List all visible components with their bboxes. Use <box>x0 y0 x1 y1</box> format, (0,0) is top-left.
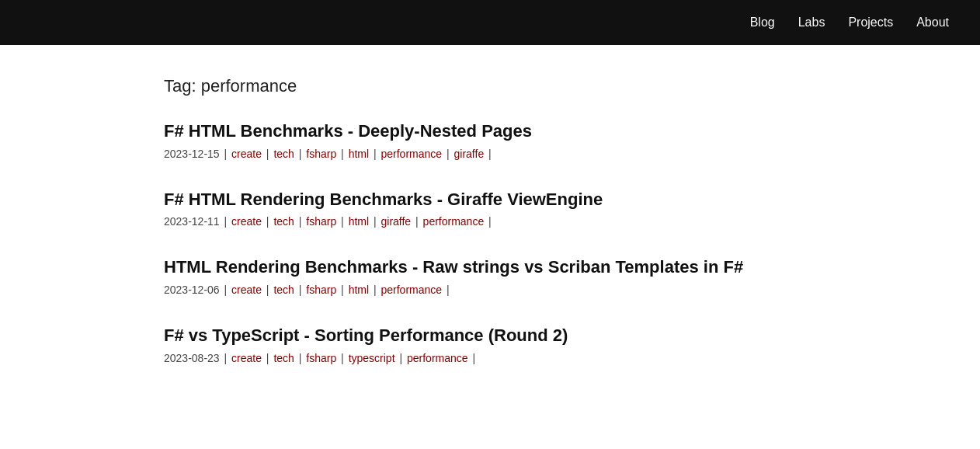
separator: | <box>341 148 344 160</box>
main-content: Tag: performance F# HTML Benchmarks - De… <box>117 45 863 423</box>
post-title: HTML Rendering Benchmarks - Raw strings … <box>164 256 816 279</box>
post-date: 2023-12-06 <box>164 284 220 296</box>
post-title: F# HTML Benchmarks - Deeply-Nested Pages <box>164 120 816 143</box>
separator: | <box>415 215 419 228</box>
separator: | <box>341 284 344 296</box>
post-date: 2023-12-11 <box>164 215 220 228</box>
tag-link[interactable]: create <box>231 148 262 160</box>
tag-heading: Tag: performance <box>164 76 816 96</box>
post-item: F# HTML Rendering Benchmarks - Giraffe V… <box>164 188 816 228</box>
post-item: HTML Rendering Benchmarks - Raw strings … <box>164 256 816 296</box>
separator: | <box>299 284 302 296</box>
nav-blog[interactable]: Blog <box>750 16 775 30</box>
separator: | <box>341 352 344 364</box>
separator: | <box>266 148 269 160</box>
tag-link[interactable]: create <box>231 352 262 364</box>
nav-projects[interactable]: Projects <box>848 16 893 30</box>
tag-link[interactable]: fsharp <box>306 284 336 296</box>
separator: | <box>224 284 228 296</box>
post-title-link[interactable]: HTML Rendering Benchmarks - Raw strings … <box>164 257 743 277</box>
post-date: 2023-12-15 <box>164 148 220 160</box>
separator: | <box>224 352 228 364</box>
post-item: F# HTML Benchmarks - Deeply-Nested Pages… <box>164 120 816 160</box>
tag-link[interactable]: giraffe <box>454 148 485 160</box>
post-meta: 2023-12-06 | create | tech | fsharp | ht… <box>164 284 816 296</box>
tag-link[interactable]: typescript <box>349 352 395 364</box>
separator: | <box>266 352 269 364</box>
separator: | <box>224 148 228 160</box>
post-item: F# vs TypeScript - Sorting Performance (… <box>164 324 816 364</box>
separator: | <box>299 352 302 364</box>
separator: | <box>374 148 377 160</box>
tag-link[interactable]: performance <box>381 284 443 296</box>
separator: | <box>472 352 475 364</box>
separator: | <box>374 215 377 228</box>
post-list: F# HTML Benchmarks - Deeply-Nested Pages… <box>164 120 816 364</box>
tag-link[interactable]: html <box>349 215 369 228</box>
tag-link[interactable]: create <box>231 284 262 296</box>
site-header: Blog Labs Projects About <box>0 0 980 45</box>
separator: | <box>266 284 269 296</box>
tag-link[interactable]: fsharp <box>306 352 336 364</box>
separator: | <box>488 215 492 228</box>
post-meta: 2023-08-23 | create | tech | fsharp | ty… <box>164 352 816 364</box>
tag-link[interactable]: giraffe <box>381 215 412 228</box>
tag-link[interactable]: fsharp <box>306 148 336 160</box>
tag-link[interactable]: tech <box>273 148 294 160</box>
tag-link[interactable]: fsharp <box>306 215 336 228</box>
tag-link[interactable]: performance <box>381 148 443 160</box>
tag-link[interactable]: tech <box>273 352 294 364</box>
post-title-link[interactable]: F# HTML Rendering Benchmarks - Giraffe V… <box>164 190 603 209</box>
nav-about[interactable]: About <box>916 16 949 30</box>
tag-link[interactable]: html <box>349 148 369 160</box>
post-meta: 2023-12-15 | create | tech | fsharp | ht… <box>164 148 816 160</box>
tag-link[interactable]: html <box>349 284 369 296</box>
post-meta: 2023-12-11 | create | tech | fsharp | ht… <box>164 215 816 228</box>
separator: | <box>488 148 492 160</box>
tag-link[interactable]: tech <box>273 215 294 228</box>
post-title-link[interactable]: F# HTML Benchmarks - Deeply-Nested Pages <box>164 121 532 141</box>
tag-link[interactable]: performance <box>423 215 485 228</box>
separator: | <box>447 148 450 160</box>
main-nav: Blog Labs Projects About <box>750 16 949 30</box>
separator: | <box>266 215 269 228</box>
post-title-link[interactable]: F# vs TypeScript - Sorting Performance (… <box>164 325 568 345</box>
post-date: 2023-08-23 <box>164 352 220 364</box>
post-title: F# vs TypeScript - Sorting Performance (… <box>164 324 816 347</box>
tag-link[interactable]: create <box>231 215 262 228</box>
separator: | <box>341 215 344 228</box>
separator: | <box>299 215 302 228</box>
post-title: F# HTML Rendering Benchmarks - Giraffe V… <box>164 188 816 211</box>
separator: | <box>224 215 228 228</box>
separator: | <box>374 284 377 296</box>
nav-labs[interactable]: Labs <box>798 16 825 30</box>
separator: | <box>399 352 402 364</box>
separator: | <box>299 148 302 160</box>
separator: | <box>447 284 450 296</box>
tag-link[interactable]: tech <box>273 284 294 296</box>
tag-link[interactable]: performance <box>407 352 468 364</box>
